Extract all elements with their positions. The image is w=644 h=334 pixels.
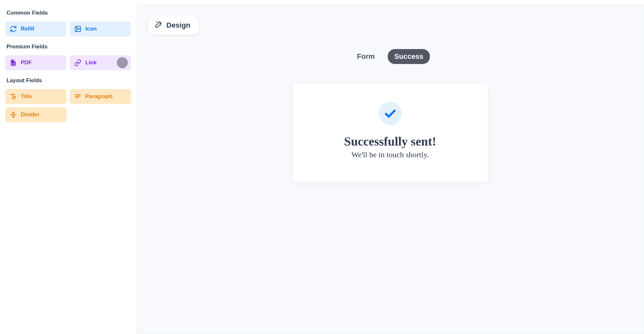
check-icon [379,102,402,125]
field-item-label: Refill [21,26,34,32]
success-preview-card: Successfully sent! We'll be in touch sho… [293,84,488,182]
field-item-title[interactable]: Title [5,89,67,104]
field-item-label: PDF [21,59,32,66]
field-item-label: Link [85,59,97,66]
field-item-link[interactable]: Link [70,55,131,70]
paragraph-icon [74,93,81,100]
sidebar: Common Fields Refill Icon Premium Fields… [0,0,136,334]
field-item-pdf[interactable]: PDF PDF [5,55,67,70]
image-icon [74,25,81,32]
link-icon [74,59,81,66]
svg-text:PDF: PDF [12,63,16,65]
wand-icon [155,20,163,30]
field-item-label: Icon [85,26,97,32]
tab-row: Form Success [148,49,633,64]
refresh-icon [10,25,17,32]
title-icon [10,93,17,100]
field-item-refill[interactable]: Refill [5,21,67,36]
svg-point-1 [76,27,78,29]
design-button-label: Design [166,21,190,30]
svg-point-7 [156,22,157,22]
design-button[interactable]: Design [148,16,199,35]
field-item-icon[interactable]: Icon [70,21,131,36]
section-heading-layout: Layout Fields [6,77,130,84]
section-heading-premium: Premium Fields [6,44,130,50]
tab-success[interactable]: Success [388,49,430,64]
section-heading-common: Common Fields [6,10,130,16]
tab-form[interactable]: Form [350,49,381,64]
pdf-file-icon: PDF [10,59,17,66]
canvas: Design Form Success Successfully sent! W… [136,5,644,334]
divider-icon [10,111,17,118]
field-item-paragraph[interactable]: Paragraph [70,89,131,104]
svg-point-8 [161,25,161,26]
field-item-label: Title [21,93,32,100]
field-item-label: Divider [21,111,40,118]
field-item-label: Paragraph [85,93,113,100]
success-subtitle: We'll be in touch shortly. [306,150,475,159]
success-title: Successfully sent! [306,134,475,148]
cursor-ripple-icon [117,57,128,68]
svg-point-9 [158,21,158,22]
field-item-divider[interactable]: Divider [5,107,67,122]
